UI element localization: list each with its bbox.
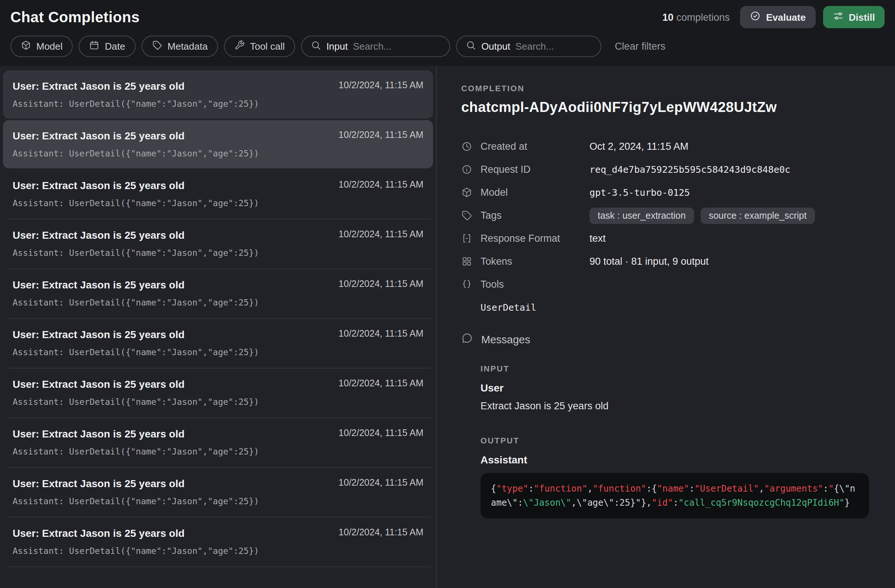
filter-model-label: Model [36, 41, 63, 52]
input-search-label: Input [326, 41, 348, 52]
field-tokens: Tokens 90 total · 81 input, 9 output [461, 250, 880, 273]
brackets-icon [461, 233, 472, 244]
row-assistant-text: Assistant: UserDetail({"name":"Jason","a… [13, 148, 426, 159]
tag-icon [461, 210, 472, 221]
messages-section-title: Messages [481, 333, 530, 345]
input-message: INPUT User Extract Jason is 25 years old [481, 364, 880, 412]
field-created-at: Created at Oct 2, 2024, 11:15 AM [461, 135, 880, 158]
row-timestamp: 10/2/2024, 11:15 AM [338, 428, 423, 438]
completion-row[interactable]: User: Extract Jason is 25 years old Assi… [3, 319, 433, 367]
search-icon [311, 40, 321, 53]
row-assistant-text: Assistant: UserDetail({"name":"Jason","a… [13, 496, 426, 507]
tokens-value: 90 total · 81 input, 9 output [590, 256, 708, 267]
completion-row[interactable]: User: Extract Jason is 25 years old Assi… [3, 70, 433, 119]
tag-chip: source : example_script [701, 207, 815, 224]
filter-tool-call-label: Tool call [250, 41, 285, 52]
filter-date-button[interactable]: Date [79, 36, 136, 57]
completion-row[interactable]: User: Extract Jason is 25 years old Assi… [3, 418, 433, 467]
row-timestamp: 10/2/2024, 11:15 AM [338, 378, 423, 388]
row-timestamp: 10/2/2024, 11:15 AM [338, 329, 423, 339]
output-search[interactable]: Output [456, 36, 601, 57]
completion-section-label: COMPLETION [461, 84, 880, 93]
main-content: User: Extract Jason is 25 years old Assi… [0, 66, 895, 588]
output-code-text: {"type":"function","function":{"name":"U… [491, 483, 856, 508]
messages-section-header: Messages [461, 332, 880, 346]
tag-icon [152, 40, 162, 53]
field-label: Request ID [481, 164, 590, 175]
cube-icon [461, 187, 472, 198]
completions-list: User: Extract Jason is 25 years old Assi… [0, 66, 437, 588]
field-label: Created at [481, 141, 590, 152]
cube-icon [21, 40, 31, 53]
field-label: Tokens [481, 256, 590, 267]
field-label: Tags [481, 210, 590, 221]
tags-chips: task : user_extraction source : example_… [590, 207, 815, 224]
completions-count-label: completions [676, 12, 730, 23]
row-timestamp: 10/2/2024, 11:15 AM [338, 80, 423, 91]
clear-filters-button[interactable]: Clear filters [615, 41, 666, 52]
sliders-icon [832, 11, 843, 24]
row-assistant-text: Assistant: UserDetail({"name":"Jason","a… [13, 99, 426, 110]
evaluate-button-label: Evaluate [766, 12, 806, 23]
input-role: User [481, 382, 880, 394]
created-at-value: Oct 2, 2024, 11:15 AM [590, 141, 689, 152]
row-timestamp: 10/2/2024, 11:15 AM [338, 130, 423, 140]
completions-count-number: 10 [663, 12, 674, 23]
input-search[interactable]: Input [301, 36, 450, 57]
output-message: OUTPUT Assistant {"type":"function","fun… [481, 436, 880, 518]
grid-icon [461, 256, 472, 267]
evaluate-icon [750, 11, 761, 24]
row-timestamp: 10/2/2024, 11:15 AM [338, 527, 423, 538]
filter-model-button[interactable]: Model [11, 36, 73, 57]
filter-bar: Model Date Metadata Tool call Input [11, 36, 884, 57]
completion-row[interactable]: User: Extract Jason is 25 years old Assi… [3, 170, 433, 218]
row-assistant-text: Assistant: UserDetail({"name":"Jason","a… [13, 248, 426, 259]
row-timestamp: 10/2/2024, 11:15 AM [338, 179, 423, 190]
completion-row[interactable]: User: Extract Jason is 25 years old Assi… [3, 120, 433, 168]
field-tools: Tools [461, 273, 880, 296]
output-search-label: Output [481, 41, 510, 52]
completion-id: chatcmpl-ADyAodii0NF7ig7yLepWW428UJtZw [461, 99, 880, 116]
input-text: Extract Jason is 25 years old [481, 400, 880, 412]
field-tags: Tags task : user_extraction source : exa… [461, 204, 880, 227]
wrench-icon [234, 40, 245, 53]
distill-button-label: Distill [849, 12, 875, 23]
field-label: Tools [481, 279, 590, 290]
completion-row[interactable]: User: Extract Jason is 25 years old Assi… [3, 518, 433, 566]
info-icon [461, 164, 472, 175]
calendar-icon [90, 40, 100, 53]
model-value: gpt-3.5-turbo-0125 [590, 187, 690, 198]
field-response-format: Response Format text [461, 227, 880, 250]
filter-tool-call-button[interactable]: Tool call [224, 36, 295, 57]
row-timestamp: 10/2/2024, 11:15 AM [338, 279, 423, 289]
field-label: Response Format [481, 233, 590, 244]
response-format-value: text [590, 233, 606, 244]
output-code-block: {"type":"function","function":{"name":"U… [481, 473, 869, 518]
completion-row[interactable]: User: Extract Jason is 25 years old Assi… [3, 368, 433, 417]
evaluate-button[interactable]: Evaluate [740, 6, 815, 28]
completion-row[interactable]: User: Extract Jason is 25 years old Assi… [3, 468, 433, 516]
app-header: Chat Completions 10 completions Evaluate… [0, 0, 895, 66]
row-assistant-text: Assistant: UserDetail({"name":"Jason","a… [13, 546, 426, 557]
filter-metadata-label: Metadata [168, 41, 208, 52]
output-role: Assistant [481, 454, 880, 466]
row-assistant-text: Assistant: UserDetail({"name":"Jason","a… [13, 347, 426, 358]
search-icon [466, 40, 476, 53]
input-label: INPUT [481, 364, 880, 373]
completion-row[interactable]: User: Extract Jason is 25 years old Assi… [3, 269, 433, 317]
completion-fields: Created at Oct 2, 2024, 11:15 AM Request… [461, 135, 880, 296]
output-label: OUTPUT [481, 436, 880, 445]
output-search-field[interactable] [515, 41, 592, 52]
row-assistant-text: Assistant: UserDetail({"name":"Jason","a… [13, 297, 426, 308]
page-title: Chat Completions [11, 9, 140, 26]
distill-button[interactable]: Distill [823, 6, 884, 28]
filter-metadata-button[interactable]: Metadata [142, 36, 218, 57]
completion-row[interactable]: User: Extract Jason is 25 years old Assi… [3, 220, 433, 268]
request-id-value: req_d4e7ba759225b595c584243d9c848e0c [590, 164, 790, 175]
clock-icon [461, 141, 472, 152]
tag-chip: task : user_extraction [590, 207, 694, 224]
input-search-field[interactable] [353, 41, 440, 52]
field-request-id: Request ID req_d4e7ba759225b595c584243d9… [461, 158, 880, 181]
row-timestamp: 10/2/2024, 11:15 AM [338, 477, 423, 488]
row-timestamp: 10/2/2024, 11:15 AM [338, 229, 423, 239]
